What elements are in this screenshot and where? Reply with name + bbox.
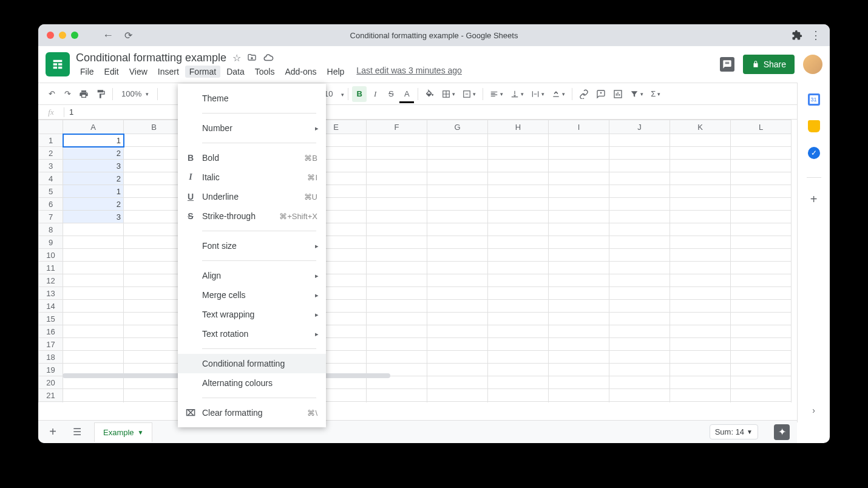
- cell[interactable]: [670, 274, 731, 287]
- menu-help[interactable]: Help: [323, 66, 349, 78]
- cell[interactable]: [488, 198, 549, 211]
- cloud-status-icon[interactable]: [263, 52, 274, 63]
- cell[interactable]: [731, 338, 792, 351]
- cell[interactable]: [427, 338, 488, 351]
- cell[interactable]: [670, 262, 731, 274]
- cell[interactable]: [427, 402, 488, 403]
- row-header[interactable]: 6: [39, 198, 63, 211]
- cell[interactable]: [670, 236, 731, 249]
- cell[interactable]: [670, 134, 731, 147]
- calendar-icon[interactable]: 31: [808, 93, 820, 106]
- cell[interactable]: [124, 134, 185, 147]
- cell[interactable]: [731, 262, 792, 274]
- cell[interactable]: [549, 211, 609, 223]
- cell[interactable]: [549, 325, 609, 338]
- cell[interactable]: [124, 325, 185, 338]
- cell[interactable]: [124, 211, 185, 223]
- row-header[interactable]: 1: [39, 134, 63, 147]
- menu-item-number[interactable]: Number: [178, 118, 326, 138]
- cell[interactable]: [124, 249, 185, 262]
- cell[interactable]: [124, 389, 185, 402]
- menu-tools[interactable]: Tools: [251, 66, 279, 78]
- cell[interactable]: [488, 274, 549, 287]
- cell[interactable]: [670, 325, 731, 338]
- cell[interactable]: [124, 274, 185, 287]
- cell[interactable]: [63, 249, 124, 262]
- menu-item-italic[interactable]: IItalic⌘I: [178, 168, 326, 187]
- row-header[interactable]: 22: [39, 402, 63, 403]
- cell[interactable]: [609, 262, 670, 274]
- cell[interactable]: 2: [63, 198, 124, 211]
- back-button[interactable]: ←: [103, 29, 114, 42]
- cell[interactable]: [609, 389, 670, 402]
- row-header[interactable]: 14: [39, 300, 63, 313]
- cell[interactable]: [731, 134, 792, 147]
- cell[interactable]: [549, 287, 609, 300]
- row-header[interactable]: 11: [39, 262, 63, 274]
- cell[interactable]: [427, 389, 488, 402]
- row-header[interactable]: 20: [39, 376, 63, 389]
- row-header[interactable]: 5: [39, 185, 63, 198]
- menu-format[interactable]: Format: [185, 66, 220, 78]
- cell[interactable]: [427, 160, 488, 172]
- cell[interactable]: [549, 300, 609, 313]
- cell[interactable]: [63, 262, 124, 274]
- extensions-icon[interactable]: [792, 30, 802, 41]
- cell[interactable]: [124, 351, 185, 364]
- column-header[interactable]: H: [488, 120, 549, 134]
- valign-button[interactable]: [507, 86, 527, 102]
- cell[interactable]: [367, 236, 427, 249]
- cell[interactable]: [427, 274, 488, 287]
- cell[interactable]: [367, 287, 427, 300]
- cell[interactable]: [427, 325, 488, 338]
- cell[interactable]: [367, 134, 427, 147]
- menu-add-ons[interactable]: Add-ons: [280, 66, 320, 78]
- cell[interactable]: [124, 223, 185, 236]
- cell[interactable]: [731, 274, 792, 287]
- cell[interactable]: [549, 389, 609, 402]
- maximize-window-button[interactable]: [71, 32, 78, 39]
- menu-item-underline[interactable]: UUnderline⌘U: [178, 187, 326, 206]
- cell[interactable]: [427, 223, 488, 236]
- menu-edit[interactable]: Edit: [100, 66, 123, 78]
- cell[interactable]: [367, 211, 427, 223]
- cell[interactable]: [427, 249, 488, 262]
- cell[interactable]: [488, 262, 549, 274]
- cell[interactable]: [549, 249, 609, 262]
- cell[interactable]: [670, 160, 731, 172]
- cell[interactable]: [670, 172, 731, 185]
- cell[interactable]: [367, 313, 427, 325]
- cell[interactable]: [609, 185, 670, 198]
- cell[interactable]: [367, 172, 427, 185]
- row-header[interactable]: 7: [39, 211, 63, 223]
- cell[interactable]: 1: [63, 185, 124, 198]
- menu-item-bold[interactable]: BBold⌘B: [178, 148, 326, 168]
- select-all-cell[interactable]: [39, 120, 63, 134]
- cell[interactable]: [63, 287, 124, 300]
- cell[interactable]: [488, 402, 549, 403]
- cell[interactable]: [488, 389, 549, 402]
- keep-icon[interactable]: [808, 120, 820, 132]
- chart-button[interactable]: [610, 86, 626, 102]
- cell[interactable]: [63, 325, 124, 338]
- column-header[interactable]: A: [63, 120, 124, 134]
- cell[interactable]: [427, 147, 488, 160]
- cell[interactable]: 2: [63, 147, 124, 160]
- cell[interactable]: [609, 351, 670, 364]
- cell[interactable]: [488, 313, 549, 325]
- cell[interactable]: [609, 338, 670, 351]
- menu-item-align[interactable]: Align: [178, 266, 326, 285]
- cell[interactable]: [427, 300, 488, 313]
- cell[interactable]: [427, 185, 488, 198]
- column-header[interactable]: I: [549, 120, 609, 134]
- cell[interactable]: [549, 198, 609, 211]
- font-size-dropdown[interactable]: [339, 89, 344, 98]
- cell[interactable]: [367, 160, 427, 172]
- cell[interactable]: [609, 313, 670, 325]
- cell[interactable]: [427, 198, 488, 211]
- cell[interactable]: [63, 236, 124, 249]
- last-edit-link[interactable]: Last edit was 3 minutes ago: [356, 66, 462, 78]
- cell[interactable]: [549, 313, 609, 325]
- row-header[interactable]: 9: [39, 236, 63, 249]
- cell[interactable]: [609, 211, 670, 223]
